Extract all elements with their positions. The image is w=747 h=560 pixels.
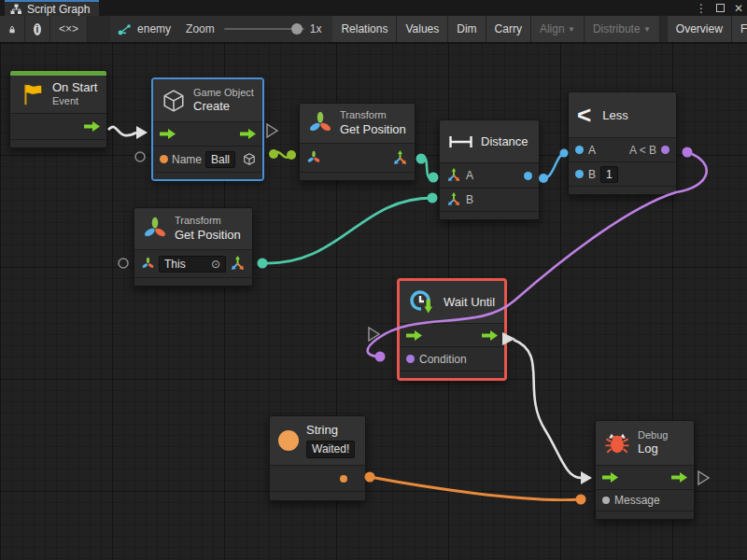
node-create-game-object[interactable]: Game Object Create Name Ball xyxy=(152,78,263,180)
graph-hierarchy-icon xyxy=(10,4,22,15)
node-category: Transform xyxy=(340,109,406,122)
gameobject-output-port[interactable] xyxy=(243,152,256,166)
tab-title: Script Graph xyxy=(27,3,90,16)
b-value-field[interactable]: 1 xyxy=(600,166,618,183)
node-title: String xyxy=(306,423,355,438)
tab-script-graph[interactable]: Script Graph xyxy=(5,0,99,16)
distribute-dropdown[interactable]: Distribute ▼ xyxy=(585,16,660,42)
b-input-port[interactable] xyxy=(575,170,584,178)
string-value-field[interactable]: Waited! xyxy=(306,441,355,458)
transform-icon xyxy=(143,217,167,241)
graph-node-icon xyxy=(118,23,132,35)
node-subtitle: Event xyxy=(52,95,97,108)
name-field[interactable]: Ball xyxy=(205,151,235,168)
name-port-label: Name xyxy=(172,153,202,166)
node-category: Game Object xyxy=(193,87,254,100)
port-b-label: B xyxy=(466,193,473,206)
message-label: Message xyxy=(614,494,660,507)
close-icon[interactable]: ✕ xyxy=(734,2,743,15)
result-output-port[interactable] xyxy=(524,172,532,180)
zoom-label: Zoom xyxy=(186,22,215,35)
values-button[interactable]: Values xyxy=(397,16,448,42)
relations-button[interactable]: Relations xyxy=(332,16,397,42)
result-output-port[interactable] xyxy=(661,146,669,154)
bug-icon xyxy=(604,430,630,456)
condition-label: Condition xyxy=(419,353,467,366)
node-category: Debug xyxy=(638,429,668,442)
node-get-position-top[interactable]: Transform Get Position xyxy=(299,103,416,181)
node-title: Get Position xyxy=(175,228,241,243)
string-icon xyxy=(278,430,299,451)
info-button[interactable]: i xyxy=(25,16,50,42)
flow-output-port[interactable] xyxy=(671,472,687,483)
node-string[interactable]: String Waited! xyxy=(269,415,366,501)
this-field[interactable]: This ⊙ xyxy=(159,256,226,273)
align-dropdown[interactable]: Align ▼ xyxy=(531,16,585,42)
graph-name: enemy xyxy=(137,22,171,35)
node-title: Less xyxy=(602,108,627,122)
node-category: Transform xyxy=(175,215,241,228)
vector3-input-port-b[interactable] xyxy=(446,192,461,207)
unity-script-graph-window: Script Graph ⋮ ✕ i <×> enemy xyxy=(0,0,747,560)
port-b-label: B xyxy=(588,168,596,181)
name-input-port[interactable] xyxy=(160,155,168,163)
transform-input-port[interactable] xyxy=(306,150,321,165)
flag-icon xyxy=(19,81,45,107)
cube-icon xyxy=(162,89,186,113)
lock-button[interactable] xyxy=(0,16,25,42)
port-a-label: A xyxy=(588,144,596,157)
node-title: Wait Until xyxy=(444,295,495,309)
flow-input-port[interactable] xyxy=(602,472,618,483)
node-less[interactable]: < Less A A < B B 1 xyxy=(568,91,677,195)
node-title: Get Position xyxy=(340,122,406,137)
string-output-port[interactable] xyxy=(340,475,347,483)
node-title: Create xyxy=(193,99,254,114)
flow-output-port[interactable] xyxy=(240,129,256,139)
overview-button[interactable]: Overview xyxy=(668,16,732,42)
transform-icon xyxy=(308,111,332,135)
carry-button[interactable]: Carry xyxy=(486,16,531,42)
code-toggle-button[interactable]: <×> xyxy=(50,16,88,42)
condition-input-port[interactable] xyxy=(406,355,415,363)
zoom-slider[interactable] xyxy=(224,28,304,30)
vector3-output-port[interactable] xyxy=(230,256,246,272)
flow-input-port[interactable] xyxy=(160,129,176,139)
full-screen-button[interactable]: Full Screen xyxy=(732,16,747,42)
transform-input-port[interactable] xyxy=(141,257,155,271)
toolbar: i <×> enemy Zoom 1x Relations Values Dim… xyxy=(0,16,747,43)
node-title: Log xyxy=(638,441,668,456)
message-input-port[interactable] xyxy=(602,497,610,504)
window-menu-icon[interactable]: ⋮ xyxy=(696,2,707,15)
zoom-control: Zoom 1x xyxy=(178,16,332,42)
lock-icon xyxy=(8,23,16,35)
less-icon: < xyxy=(577,103,591,127)
vector3-output-port[interactable] xyxy=(392,150,408,166)
chevron-down-icon: ▼ xyxy=(568,25,575,34)
distance-icon xyxy=(448,135,473,148)
node-title: Distance xyxy=(481,134,529,148)
node-wait-until[interactable]: Wait Until Condition xyxy=(398,279,506,380)
chevron-down-icon: ▼ xyxy=(643,25,651,34)
wait-clock-icon xyxy=(408,288,436,316)
result-label: A < B xyxy=(629,144,656,157)
flow-output-port[interactable] xyxy=(84,121,100,132)
a-input-port[interactable] xyxy=(575,146,584,154)
node-get-position-bottom[interactable]: Transform Get Position This ⊙ xyxy=(134,207,253,287)
dim-button[interactable]: Dim xyxy=(448,16,486,42)
flow-output-port[interactable] xyxy=(482,330,498,341)
node-debug-log[interactable]: Debug Log Message xyxy=(595,420,695,520)
node-on-start-event[interactable]: On Start Event xyxy=(9,70,107,148)
vector3-input-port-a[interactable] xyxy=(446,168,461,183)
maximize-icon[interactable] xyxy=(716,4,725,12)
title-bar: Script Graph ⋮ ✕ xyxy=(0,0,747,16)
object-picker-icon[interactable]: ⊙ xyxy=(211,258,220,271)
node-title: On Start xyxy=(52,80,97,95)
graph-breadcrumb[interactable]: enemy xyxy=(110,16,178,42)
zoom-value: 1x xyxy=(310,22,322,35)
info-icon: i xyxy=(34,23,41,35)
flow-input-port[interactable] xyxy=(406,330,422,341)
port-a-label: A xyxy=(466,169,473,182)
node-distance[interactable]: Distance A B xyxy=(439,119,540,220)
zoom-slider-handle[interactable] xyxy=(291,23,303,35)
code-toggle-label: <×> xyxy=(59,22,78,35)
